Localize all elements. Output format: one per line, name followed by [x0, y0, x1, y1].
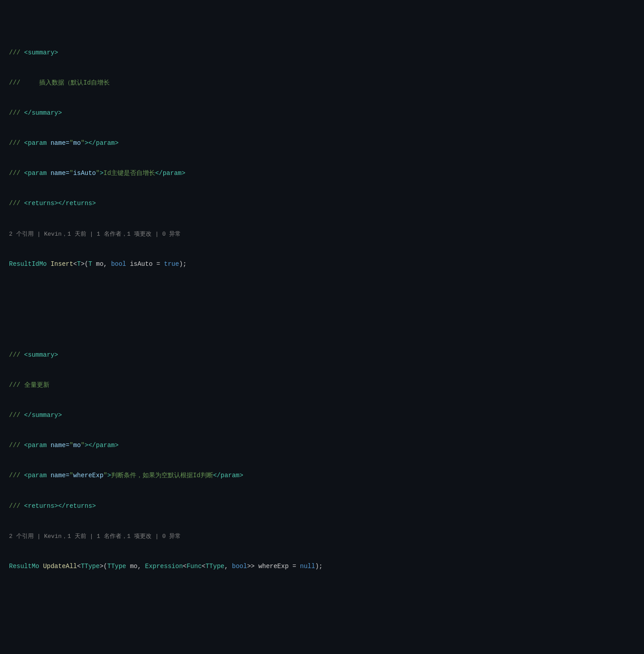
comment-summary-close-2: /// </summary>: [9, 410, 635, 420]
comment-param-isauto-1: /// <param name="isAuto">Id主键是否自增长</para…: [9, 168, 635, 178]
comment-text-1: /// 插入数据（默认Id自增长: [9, 78, 635, 88]
comment-param-whereexp-2: /// <param name="whereExp">判断条件，如果为空默认根据…: [9, 470, 635, 480]
meta-info-1: 2 个引用 | Kevin，1 天前 | 1 名作者，1 项更改 | 0 异常: [9, 229, 635, 239]
comment-param-mo-2: /// <param name="mo"></param>: [9, 440, 635, 450]
code-line-1: ResultIdMo Insert<T>(T mo, bool isAuto =…: [9, 259, 635, 269]
comment-summary-open-2: /// <summary>: [9, 350, 635, 360]
comment-text-2: /// 全量更新: [9, 380, 635, 390]
code-editor: /// <summary> /// 插入数据（默认Id自增长 /// </sum…: [9, 7, 635, 654]
comment-summary-open-1: /// <summary>: [9, 48, 635, 58]
comment-returns-2: /// <returns></returns>: [9, 501, 635, 511]
comment-returns-1: /// <returns></returns>: [9, 198, 635, 208]
comment-param-mo-1: /// <param name="mo"></param>: [9, 138, 635, 148]
comment-summary-close-1: /// </summary>: [9, 108, 635, 118]
blank-2: [9, 602, 635, 612]
comment-summary-open-3: /// <summary>: [9, 652, 635, 654]
code-line-2: ResultMo UpdateAll<TType>(TType mo, Expr…: [9, 561, 635, 571]
meta-info-2: 2 个引用 | Kevin，1 天前 | 1 名作者，1 项更改 | 0 异常: [9, 531, 635, 542]
blank-1: [9, 300, 635, 309]
